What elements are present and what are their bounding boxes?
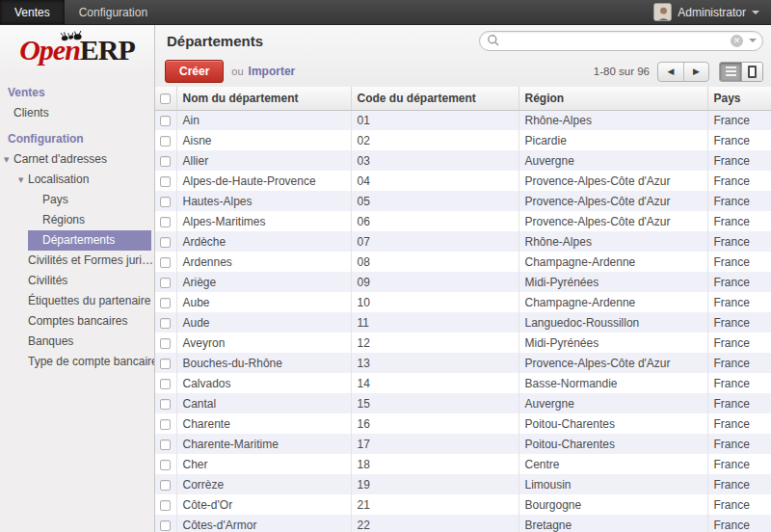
table-row[interactable]: Ain01Rhône-AlpesFrance bbox=[155, 110, 771, 130]
sidebar-item-etiquettes-du-partenaire[interactable]: Étiquettes du partenaire bbox=[0, 291, 154, 311]
table-row[interactable]: Alpes-de-Haute-Provence04Provence-Alpes-… bbox=[155, 171, 771, 191]
table-row[interactable]: Bouches-du-Rhône13Provence-Alpes-Côte d'… bbox=[155, 353, 771, 373]
row-checkbox[interactable] bbox=[160, 419, 171, 430]
search-box[interactable]: ✕ bbox=[479, 31, 763, 51]
sidebar-item-comptes-bancaires[interactable]: Comptes bancaires bbox=[0, 311, 154, 332]
row-checkbox[interactable] bbox=[160, 257, 171, 268]
row-checkbox[interactable] bbox=[160, 217, 171, 227]
select-all-checkbox[interactable] bbox=[160, 93, 171, 104]
sidebar-section-configuration[interactable]: Configuration bbox=[0, 123, 154, 149]
topbar-tab-ventes[interactable]: Ventes bbox=[0, 0, 65, 24]
table-row[interactable]: Aveyron12Midi-PyrénéesFrance bbox=[155, 332, 771, 353]
row-checkbox-cell bbox=[155, 332, 176, 353]
row-checkbox[interactable] bbox=[160, 136, 171, 146]
cell-pays: France bbox=[707, 252, 771, 272]
table-row[interactable]: Charente-Maritime17Poitou-CharentesFranc… bbox=[155, 434, 771, 454]
view-toolbar: Créer ou Importer 1-80 sur 96 ◀ ▶ bbox=[155, 56, 771, 87]
cell-pays: France bbox=[707, 231, 771, 252]
expand-caret-icon: ▼ bbox=[4, 150, 13, 170]
sidebar-item-carnet-d-adresses[interactable]: ▼Carnet d'adresses bbox=[0, 149, 154, 170]
table-row[interactable]: Cantal15AuvergneFrance bbox=[155, 393, 771, 413]
cell-pays: France bbox=[707, 434, 771, 454]
cell-pays: France bbox=[707, 373, 771, 393]
column-header-pays[interactable]: Pays bbox=[707, 87, 771, 110]
table-row[interactable]: Alpes-Maritimes06Provence-Alpes-Côte d'A… bbox=[155, 211, 771, 231]
table-body: Ain01Rhône-AlpesFranceAisne02PicardieFra… bbox=[155, 110, 771, 532]
table-row[interactable]: Aisne02PicardieFrance bbox=[155, 130, 771, 150]
row-checkbox[interactable] bbox=[160, 460, 171, 470]
table-row[interactable]: Côte-d'Or21BourgogneFrance bbox=[155, 494, 771, 515]
openerp-logo[interactable]: OpenERP bbox=[0, 25, 154, 75]
table-row[interactable]: Allier03AuvergneFrance bbox=[155, 150, 771, 171]
row-checkbox[interactable] bbox=[160, 439, 171, 450]
table-row[interactable]: Ardèche07Rhône-AlpesFrance bbox=[155, 231, 771, 252]
cell-pays: France bbox=[707, 292, 771, 312]
row-checkbox-cell bbox=[155, 231, 176, 252]
table-row[interactable]: Ardennes08Champagne-ArdenneFrance bbox=[155, 252, 771, 272]
user-avatar bbox=[653, 3, 672, 21]
cell-name: Côtes-d'Armor bbox=[176, 515, 351, 532]
row-checkbox-cell bbox=[155, 272, 176, 292]
table-row[interactable]: Cher18CentreFrance bbox=[155, 454, 771, 474]
row-checkbox[interactable] bbox=[160, 338, 171, 349]
sidebar-item-pays[interactable]: Pays bbox=[0, 190, 154, 210]
table-row[interactable]: Aube10Champagne-ArdenneFrance bbox=[155, 292, 771, 312]
column-header-region[interactable]: Région bbox=[518, 87, 707, 110]
import-link[interactable]: Importer bbox=[249, 65, 296, 78]
table-row[interactable]: Charente16Poitou-CharentesFrance bbox=[155, 413, 771, 434]
clear-search-icon[interactable]: ✕ bbox=[731, 35, 743, 47]
pager-next-button[interactable]: ▶ bbox=[683, 63, 708, 81]
search-dropdown-caret-icon[interactable] bbox=[749, 39, 757, 42]
sidebar-item-label: Ventes bbox=[8, 86, 45, 99]
sidebar-item-label: Banques bbox=[28, 334, 73, 348]
sidebar-item-label: Configuration bbox=[8, 132, 84, 146]
sidebar-item-clients[interactable]: Clients bbox=[0, 103, 154, 123]
sidebar-item-localisation[interactable]: ▼Localisation bbox=[0, 170, 154, 190]
row-checkbox[interactable] bbox=[160, 156, 171, 167]
sidebar-item-label: Localisation bbox=[28, 173, 89, 186]
row-checkbox[interactable] bbox=[160, 379, 171, 389]
table-row[interactable]: Ariège09Midi-PyrénéesFrance bbox=[155, 272, 771, 292]
list-view-button[interactable] bbox=[720, 63, 741, 81]
sidebar-item-banques[interactable]: Banques bbox=[0, 332, 154, 352]
row-checkbox-cell bbox=[155, 110, 176, 130]
row-checkbox[interactable] bbox=[160, 237, 171, 248]
row-checkbox[interactable] bbox=[160, 278, 171, 288]
sidebar-item-departements[interactable]: Départements bbox=[28, 230, 151, 251]
table-row[interactable]: Côtes-d'Armor22BretagneFrance bbox=[155, 515, 771, 532]
row-checkbox-cell bbox=[155, 393, 176, 413]
create-button[interactable]: Créer bbox=[165, 60, 224, 83]
cell-name: Charente-Maritime bbox=[176, 434, 351, 454]
column-header-nom-du-departement[interactable]: Nom du département bbox=[176, 87, 351, 110]
pager-previous-button[interactable]: ◀ bbox=[658, 63, 683, 81]
sidebar-item-civilites-et-formes-juri[interactable]: Civilités et Formes juri… bbox=[0, 251, 154, 271]
sidebar-item-regions[interactable]: Régions bbox=[0, 210, 154, 230]
row-checkbox[interactable] bbox=[160, 176, 171, 187]
table-row[interactable]: Calvados14Basse-NormandieFrance bbox=[155, 373, 771, 393]
row-checkbox[interactable] bbox=[160, 399, 171, 410]
row-checkbox[interactable] bbox=[160, 116, 171, 126]
sidebar-section-ventes[interactable]: Ventes bbox=[0, 77, 154, 103]
row-checkbox[interactable] bbox=[160, 197, 171, 207]
row-checkbox[interactable] bbox=[160, 480, 171, 491]
sidebar-item-civilites[interactable]: Civilités bbox=[0, 271, 154, 291]
row-checkbox[interactable] bbox=[160, 359, 171, 369]
cell-region: Bretagne bbox=[518, 515, 707, 532]
table-row[interactable]: Corrèze19LimousinFrance bbox=[155, 474, 771, 494]
sidebar-item-type-de-compte-bancaire[interactable]: Type de compte bancaire bbox=[0, 352, 154, 372]
row-checkbox[interactable] bbox=[160, 298, 171, 308]
row-checkbox[interactable] bbox=[160, 520, 171, 531]
arrow-right-icon: ▶ bbox=[693, 66, 700, 76]
topbar-tab-configuration[interactable]: Configuration bbox=[65, 0, 162, 24]
page-title: Départements bbox=[167, 33, 263, 49]
table-row[interactable]: Aude11Languedoc-RoussillonFrance bbox=[155, 312, 771, 332]
cell-pays: France bbox=[707, 171, 771, 191]
table-row[interactable]: Hautes-Alpes05Provence-Alpes-Côte d'Azur… bbox=[155, 191, 771, 211]
row-checkbox[interactable] bbox=[160, 500, 171, 511]
row-checkbox[interactable] bbox=[160, 318, 171, 329]
user-menu[interactable]: Administrator bbox=[642, 0, 771, 24]
column-header-code-du-departement[interactable]: Code du département bbox=[351, 87, 518, 110]
cell-pays: France bbox=[707, 110, 771, 130]
form-view-button[interactable] bbox=[741, 63, 762, 81]
search-input[interactable] bbox=[504, 33, 731, 49]
